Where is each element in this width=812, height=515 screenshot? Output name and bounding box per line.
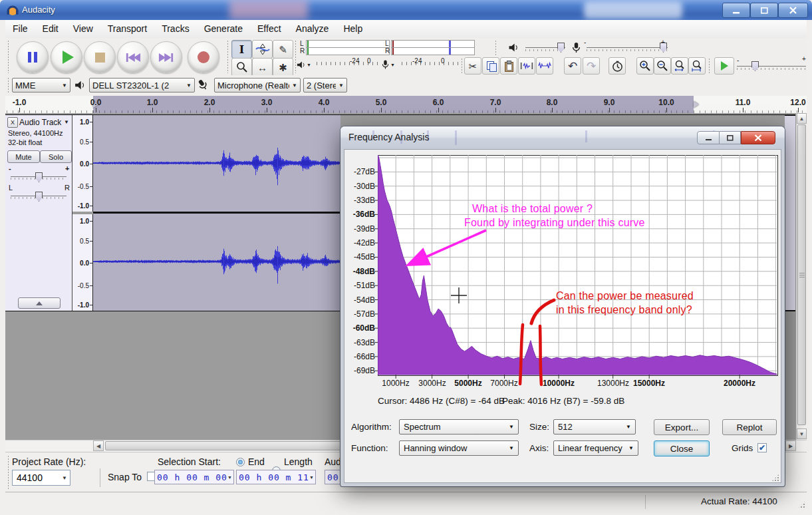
recording-meter-right[interactable]	[391, 47, 475, 55]
triangle-down-icon: ▼	[799, 431, 805, 437]
dialog-maximize-button[interactable]	[720, 131, 741, 144]
algorithm-select[interactable]: Spectrum▼	[399, 419, 519, 434]
copy-button[interactable]	[482, 57, 499, 75]
track-title[interactable]: Audio Track	[19, 118, 61, 127]
record-button[interactable]	[188, 41, 219, 73]
vertical-scrollbar[interactable]: ▲ ▼	[796, 113, 807, 440]
timeline-label-10.0: 10.0	[658, 98, 674, 107]
playback-meter-right[interactable]	[306, 47, 390, 55]
scroll-right-button[interactable]: ▶	[785, 440, 796, 451]
window-resize-grip[interactable]	[797, 500, 806, 509]
transport-toolbar-grip[interactable]	[7, 40, 10, 73]
menu-item-file[interactable]: File	[5, 20, 35, 38]
fit-selection-button[interactable]	[671, 57, 688, 75]
timeline-ruler[interactable]: -1.00.01.02.03.04.05.06.07.08.09.010.011…	[5, 96, 807, 114]
tools-toolbar-grip[interactable]	[226, 40, 229, 73]
speed-slider-plus: +	[802, 55, 806, 63]
track-collapse-button[interactable]	[18, 297, 61, 309]
selection-toolbar-grip[interactable]	[7, 455, 10, 490]
pan-slider-thumb[interactable]	[35, 192, 43, 202]
snap-to-label: Snap To	[108, 472, 142, 482]
axis-select[interactable]: Linear frequency▼	[553, 440, 638, 456]
playback-device-select[interactable]: DELL ST2320L-1 (2▼	[89, 78, 195, 92]
trim-audio-button[interactable]	[518, 57, 535, 75]
recording-device-select[interactable]: Microphone (Realte▼	[214, 78, 301, 92]
menu-item-tracks[interactable]: Tracks	[154, 20, 196, 38]
transcription-toolbar-grip[interactable]	[708, 58, 711, 73]
skip-to-end-button[interactable]	[150, 41, 182, 73]
grids-checkbox[interactable]: ✔	[757, 443, 767, 452]
export-button[interactable]: Export...	[654, 419, 710, 435]
draw-tool-button[interactable]: ✎	[273, 40, 293, 59]
stereo-waveform[interactable]	[93, 115, 340, 311]
timeline-label-1.0: 1.0	[147, 98, 158, 107]
menu-item-help[interactable]: Help	[336, 20, 370, 38]
undo-button[interactable]: ↶	[564, 57, 581, 75]
vertical-ruler-left-channel[interactable]: 1.00.50.0-0.5-1.0	[72, 115, 93, 212]
track-menu-chevron-icon[interactable]: ▼	[64, 119, 69, 125]
selection-tool-button[interactable]: I	[231, 40, 252, 59]
scroll-up-button[interactable]: ▲	[797, 113, 807, 124]
skip-to-start-button[interactable]	[117, 41, 149, 73]
size-select[interactable]: 512▼	[553, 419, 636, 434]
envelope-tool-button[interactable]	[252, 40, 273, 59]
maximize-button[interactable]	[750, 3, 778, 18]
replot-button[interactable]: Replot	[722, 419, 777, 435]
timeline-major-tick	[96, 108, 96, 112]
stop-button[interactable]	[84, 41, 116, 73]
menu-item-effect[interactable]: Effect	[250, 20, 289, 38]
fit-project-button[interactable]	[688, 57, 706, 75]
timeshift-tool-button[interactable]: ↔	[252, 58, 273, 77]
scroll-down-button[interactable]: ▼	[797, 429, 807, 439]
end-radio[interactable]	[236, 458, 245, 466]
gain-slider-thumb[interactable]	[35, 172, 43, 182]
mixer-toolbar-grip[interactable]	[494, 40, 497, 56]
vertical-scrollbar-thumb[interactable]	[797, 124, 806, 425]
project-rate-select[interactable]: 44100▼	[12, 470, 70, 486]
scroll-left-button[interactable]: ◀	[93, 440, 104, 451]
axis-label: Axis:	[529, 443, 549, 453]
play-button[interactable]	[51, 41, 82, 73]
cut-button[interactable]: ✂	[464, 57, 481, 75]
dialog-title-bar[interactable]: Frequency Analysis	[340, 126, 785, 149]
dialog-minimize-button[interactable]	[697, 131, 720, 144]
dialog-close-action-button[interactable]: Close	[654, 440, 710, 456]
pause-button[interactable]	[17, 41, 49, 73]
menu-item-edit[interactable]: Edit	[35, 20, 66, 38]
playback-meter-menu[interactable]: ▼	[297, 59, 313, 71]
pencil-icon: ✎	[279, 45, 287, 55]
mute-button[interactable]: Mute	[7, 150, 40, 163]
menu-item-generate[interactable]: Generate	[197, 20, 250, 38]
solo-button[interactable]: Solo	[40, 150, 72, 163]
device-toolbar-grip[interactable]	[7, 77, 10, 94]
timeline-label-9.0: 9.0	[604, 98, 615, 107]
play-speed-slider[interactable]	[737, 66, 806, 67]
recording-channels-select[interactable]: 2 (Stereo)▼	[303, 78, 347, 92]
play-at-speed-button[interactable]	[714, 57, 734, 75]
vertical-ruler-right-channel[interactable]: 1.00.50.0-0.5-1.0	[72, 214, 93, 311]
menu-item-analyze[interactable]: Analyze	[289, 20, 337, 38]
minimize-button[interactable]	[722, 3, 750, 18]
end-radio-label: End	[248, 456, 265, 467]
selection-start-timefield[interactable]: 00 h 00 m 00 s▼	[154, 470, 234, 484]
menu-item-view[interactable]: View	[66, 20, 100, 38]
zoom-in-button[interactable]	[636, 57, 654, 75]
edit-toolbar-grip[interactable]	[460, 58, 464, 73]
multi-tool-button[interactable]: ✱	[273, 58, 293, 77]
selection-end-timefield[interactable]: 00 h 00 m 11 s▼	[236, 470, 316, 484]
timer-record-button[interactable]	[609, 57, 626, 75]
redo-button[interactable]: ↷	[583, 57, 600, 75]
recording-meter-menu[interactable]: ▼	[382, 59, 398, 71]
silence-audio-button[interactable]	[536, 57, 553, 75]
zoom-tool-button[interactable]	[231, 58, 252, 77]
dialog-close-button[interactable]	[741, 131, 775, 144]
audio-host-select[interactable]: MME▼	[12, 78, 70, 92]
spectrum-plot[interactable]	[378, 155, 777, 375]
close-button[interactable]	[778, 3, 808, 18]
menu-item-transport[interactable]: Transport	[100, 20, 154, 38]
track-close-button[interactable]: X	[7, 117, 18, 128]
zoom-out-button[interactable]	[654, 57, 671, 75]
paste-button[interactable]	[500, 57, 517, 75]
recording-volume-slider[interactable]	[587, 47, 668, 48]
function-select[interactable]: Hanning window▼	[399, 440, 519, 456]
